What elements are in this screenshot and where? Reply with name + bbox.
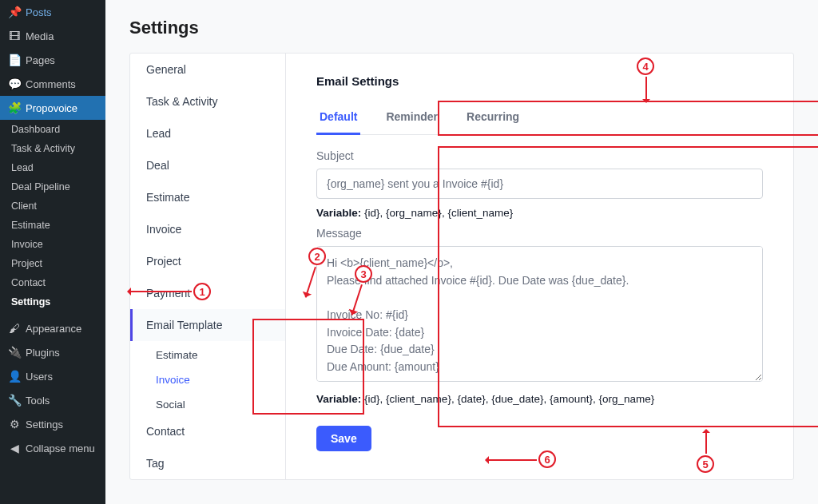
admin-bottom-menu: 🖌Appearance🔌Plugins👤Users🔧Tools⚙Settings… xyxy=(0,316,105,460)
settings-panel: Email Settings DefaultReminderRecurring … xyxy=(286,54,793,479)
message-label: Message xyxy=(316,227,763,240)
pin-icon: 📌 xyxy=(8,6,21,18)
sidebar-item-settings[interactable]: ⚙Settings xyxy=(0,412,105,436)
sidebar-subitem-invoice[interactable]: Invoice xyxy=(0,235,105,254)
subject-variable-line: Variable: {id}, {org_name}, {client_name… xyxy=(316,207,763,219)
admin-sidebar: 📌 Posts 🎞 Media 📄 Pages 💬 Comments 🧩 Pro… xyxy=(0,0,105,504)
sidebar-item-comments[interactable]: 💬 Comments xyxy=(0,72,105,96)
comment-icon: 💬 xyxy=(8,77,21,90)
media-icon: 🎞 xyxy=(8,30,21,42)
sidebar-item-plugins[interactable]: 🔌Plugins xyxy=(0,340,105,364)
settings-subnav-social[interactable]: Social xyxy=(130,391,285,415)
sidebar-item-label: Settings xyxy=(26,419,63,431)
settings-nav-general[interactable]: General xyxy=(130,54,285,85)
settings-nav-email-template[interactable]: Email Template xyxy=(130,309,285,341)
subject-input[interactable] xyxy=(316,169,763,199)
settings-subnav-invoice[interactable]: Invoice xyxy=(130,366,285,391)
main-area: Settings GeneralTask & ActivityLeadDealE… xyxy=(105,0,818,504)
settings-nav: GeneralTask & ActivityLeadDealEstimateIn… xyxy=(130,54,286,479)
settings-nav-task-activity[interactable]: Task & Activity xyxy=(130,85,285,117)
sidebar-item-posts[interactable]: 📌 Posts xyxy=(0,0,105,24)
sidebar-subitem-deal-pipeline[interactable]: Deal Pipeline xyxy=(0,177,105,196)
settings-card: GeneralTask & ActivityLeadDealEstimateIn… xyxy=(129,53,794,480)
email-tab-default[interactable]: Default xyxy=(316,102,360,135)
settings-nav-tag[interactable]: Tag xyxy=(130,447,285,479)
message-variable-line: Variable: {id}, {client_name}, {date}, {… xyxy=(316,393,763,405)
sidebar-item-label: Plugins xyxy=(26,347,60,359)
message-textarea[interactable] xyxy=(316,246,763,382)
settings-nav-deal[interactable]: Deal xyxy=(130,149,285,181)
appearance-icon: 🖌 xyxy=(8,322,21,335)
sidebar-item-label: Tools xyxy=(26,395,50,407)
email-tabs: DefaultReminderRecurring xyxy=(316,102,763,135)
sidebar-item-label: Media xyxy=(26,30,54,42)
sidebar-subitem-contact[interactable]: Contact xyxy=(0,273,105,292)
sidebar-item-tools[interactable]: 🔧Tools xyxy=(0,388,105,412)
sidebar-subitem-settings[interactable]: Settings xyxy=(0,292,105,312)
sidebar-item-label: Collapse menu xyxy=(26,442,95,454)
settings-nav-lead[interactable]: Lead xyxy=(130,117,285,149)
settings-nav-contact[interactable]: Contact xyxy=(130,415,285,447)
sidebar-item-collapse-menu[interactable]: ◀Collapse menu xyxy=(0,436,105,460)
pages-icon: 📄 xyxy=(8,54,21,66)
settings-nav-project[interactable]: Project xyxy=(130,245,285,277)
sidebar-item-label: Pages xyxy=(26,54,55,66)
sidebar-item-propovoice[interactable]: 🧩 Propovoice xyxy=(0,96,105,120)
sidebar-item-appearance[interactable]: 🖌Appearance xyxy=(0,316,105,340)
tools-icon: 🔧 xyxy=(8,394,21,407)
sidebar-subitem-lead[interactable]: Lead xyxy=(0,158,105,177)
page-title: Settings xyxy=(129,18,794,38)
sidebar-subitem-client[interactable]: Client xyxy=(0,196,105,216)
settings-icon: ⚙ xyxy=(8,418,21,431)
email-tab-reminder[interactable]: Reminder xyxy=(383,102,441,134)
save-button[interactable]: Save xyxy=(316,426,371,451)
sidebar-item-label: Users xyxy=(26,371,53,383)
variable-values: {id}, {client_name}, {date}, {due_date},… xyxy=(364,393,654,405)
sidebar-item-users[interactable]: 👤Users xyxy=(0,364,105,388)
plugins-icon: 🔌 xyxy=(8,346,21,359)
settings-nav-estimate[interactable]: Estimate xyxy=(130,181,285,213)
sidebar-subitem-dashboard[interactable]: Dashboard xyxy=(0,120,105,139)
plugin-icon: 🧩 xyxy=(8,101,21,114)
sidebar-item-label: Comments xyxy=(26,78,76,90)
variable-values: {id}, {org_name}, {client_name} xyxy=(364,207,513,219)
settings-nav-invoice[interactable]: Invoice xyxy=(130,213,285,245)
sidebar-subitem-estimate[interactable]: Estimate xyxy=(0,216,105,235)
variable-label: Variable: xyxy=(316,393,361,405)
sidebar-item-media[interactable]: 🎞 Media xyxy=(0,24,105,48)
subject-label: Subject xyxy=(316,149,763,162)
panel-heading: Email Settings xyxy=(316,74,763,88)
collapse-menu-icon: ◀ xyxy=(8,442,21,454)
email-tab-recurring[interactable]: Recurring xyxy=(463,102,522,134)
sidebar-item-label: Posts xyxy=(26,6,52,18)
variable-label: Variable: xyxy=(316,207,361,219)
users-icon: 👤 xyxy=(8,370,21,383)
settings-nav-payment[interactable]: Payment xyxy=(130,277,285,309)
sidebar-subitem-task-activity[interactable]: Task & Activity xyxy=(0,139,105,158)
sidebar-item-label: Appearance xyxy=(26,323,81,335)
sidebar-item-pages[interactable]: 📄 Pages xyxy=(0,48,105,72)
sidebar-item-label: Propovoice xyxy=(26,102,77,114)
admin-submenu: DashboardTask & ActivityLeadDeal Pipelin… xyxy=(0,120,105,312)
settings-subnav-estimate[interactable]: Estimate xyxy=(130,341,285,366)
sidebar-subitem-project[interactable]: Project xyxy=(0,254,105,273)
